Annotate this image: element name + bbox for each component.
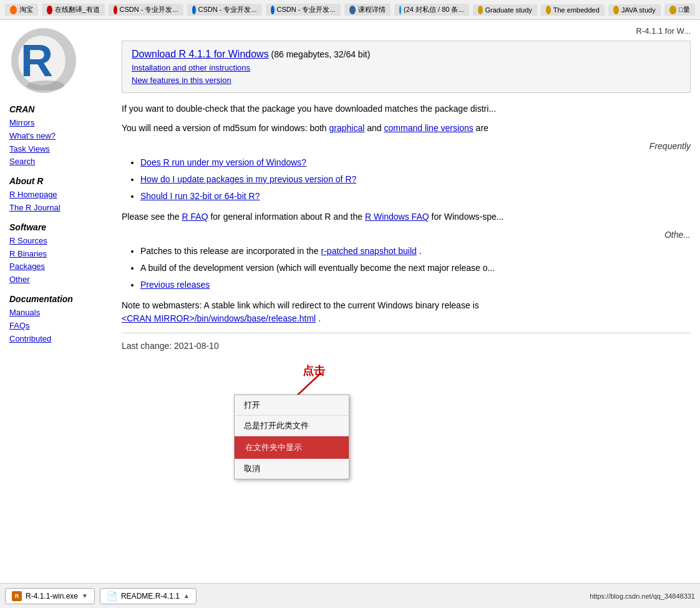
tab-csdn1[interactable]: CSDN - 专业开发... [109,4,183,16]
other-text-1: Patches to this release are incorporated… [140,246,321,256]
sidebar-item-manuals[interactable]: Manuals [9,306,103,320]
other-list: Patches to this release are incorporated… [122,245,691,292]
tab-java-label: JAVA study [621,6,656,14]
other-item-2: A build of the development version (whic… [140,262,691,275]
instruction-link[interactable]: Installation and other instructions [132,63,681,72]
tab-csdn3-label: CSDN - 专业开发... [277,5,336,14]
overlay-area: 点击 打开 总是打开此类文件 在文件夹中显示 [122,363,691,488]
documentation-title: Documentation [9,294,103,304]
see-also-paragraph: Please see the R FAQ for general informa… [122,210,691,223]
body-text-2: You will need a version of md5sum for wi… [122,123,329,133]
rfaq-link[interactable]: R FAQ [182,212,208,222]
context-menu-cancel-label: 取消 [244,464,260,473]
tab-lesson[interactable]: 课程详情 [344,4,391,16]
taobao-icon [10,6,17,14]
context-menu: 打开 总是打开此类文件 在文件夹中显示 取消 [234,395,349,479]
last-change: Last change: 2021-08-10 [122,341,691,351]
r-logo-svg: R [9,26,78,95]
sidebar: R CRAN Mirrors What's new? Task Views Se… [0,20,112,583]
see-text-3: for Windows-spe... [432,212,504,222]
tab-message-label: (24 封私信 / 80 条... [404,5,464,14]
tab-more-label: □量 [679,5,690,14]
tab-embed[interactable]: The embedded [541,4,605,16]
sidebar-item-faqs[interactable]: FAQs [9,320,103,333]
tab-youdao[interactable]: 在线翻译_有道 [42,4,104,16]
sidebar-item-task-views[interactable]: Task Views [9,143,103,156]
faq-link-1[interactable]: Does R run under my version of Windows? [140,157,306,167]
winfaq-link[interactable]: R Windows FAQ [365,212,429,222]
previous-releases-link[interactable]: Previous releases [140,280,210,290]
tab-youdao-label: 在线翻译_有道 [55,5,100,14]
sidebar-item-r-binaries[interactable]: R Binaries [9,248,103,261]
other-section-header: Othe... [122,230,691,240]
csdn3-icon [271,6,275,14]
context-menu-show-folder-label: 在文件夹中显示 [245,443,302,452]
see-text-1: Please see the [122,212,180,222]
sidebar-item-r-journal[interactable]: The R Journal [9,202,103,215]
software-title: Software [9,222,103,232]
tab-lesson-label: 课程详情 [358,5,386,14]
youdao-icon [47,6,52,14]
tab-csdn2-label: CSDN - 专业开发... [198,5,257,14]
sidebar-item-whats-new[interactable]: What's new? [9,130,103,143]
tab-java[interactable]: JAVA study [608,4,661,16]
grad-icon [478,6,483,14]
browser-tabs-bar: 淘宝 在线翻译_有道 CSDN - 专业开发... CSDN - 专业开发...… [0,0,700,20]
see-text-2: for general information about R and the [210,212,362,222]
faq-item-1: Does R run under my version of Windows? [140,156,691,169]
sidebar-item-r-homepage[interactable]: R Homepage [9,189,103,202]
context-menu-item-cancel[interactable]: 取消 [235,459,349,479]
context-menu-item-open[interactable]: 打开 [235,395,349,416]
faq-link-3[interactable]: Should I run 32-bit or 64-bit R? [140,191,260,201]
tab-message[interactable]: (24 封私信 / 80 条... [394,4,469,16]
r-patched-link[interactable]: r-patched snapshot build [321,246,417,256]
svg-point-3 [27,81,64,91]
graphical-link[interactable]: graphical [329,123,365,133]
page-wrapper: R CRAN Mirrors What's new? Task Views Se… [0,20,700,583]
tab-taobao-label: 淘宝 [19,5,33,14]
sidebar-item-contributed[interactable]: Contributed [9,333,103,346]
tab-embed-label: The embedded [553,6,600,14]
sidebar-item-r-sources[interactable]: R Sources [9,235,103,248]
svg-text:R: R [21,36,53,86]
sidebar-item-mirrors[interactable]: Mirrors [9,117,103,130]
body-paragraph-2: You will need a version of md5sum for wi… [122,122,691,135]
body-paragraph-1: If you want to double-check that the pac… [122,102,691,115]
java-icon [613,6,619,14]
body-text-1: If you want to double-check that the pac… [122,104,496,114]
lesson-icon [349,6,356,14]
context-menu-always-open-label: 总是打开此类文件 [244,421,309,430]
csdn2-icon [192,6,196,14]
features-link[interactable]: New features in this version [132,76,681,85]
faq-link-2[interactable]: How do I update packages in my previous … [140,174,356,184]
sidebar-item-search[interactable]: Search [9,155,103,169]
are-text: are [476,123,489,133]
sidebar-item-packages[interactable]: Packages [9,260,103,273]
tab-csdn1-label: CSDN - 专业开发... [120,5,178,14]
command-line-link[interactable]: command line versions [384,123,474,133]
context-menu-item-always-open[interactable]: 总是打开此类文件 [235,416,349,436]
note-text-1: Note to webmasters: A stable link which … [122,300,479,310]
tab-taobao[interactable]: 淘宝 [5,4,38,16]
r-logo: R [9,26,78,95]
tab-more[interactable]: □量 [664,4,695,16]
faq-item-3: Should I run 32-bit or 64-bit R? [140,190,691,203]
note-paragraph: Note to webmasters: A stable link which … [122,299,691,325]
faq-section-header: Frequently [122,141,691,151]
context-menu-item-show-folder[interactable]: 在文件夹中显示 [235,436,349,459]
tab-csdn2[interactable]: CSDN - 专业开发... [187,4,262,16]
other-item-3: Previous releases [140,278,691,292]
tab-grad[interactable]: Graduate study [473,4,537,16]
separator [122,333,691,333]
tab-grad-label: Graduate study [485,6,532,14]
and-text: and [367,123,384,133]
download-link[interactable]: Download R 4.1.1 for Windows [132,49,269,59]
other-item-1: Patches to this release are incorporated… [140,245,691,258]
cran-mirror-link[interactable]: <CRAN MIRROR>/bin/windows/base/release.h… [122,313,316,323]
sidebar-item-other[interactable]: Other [9,273,103,287]
download-title-line: Download R 4.1.1 for Windows (86 megabyt… [132,49,681,60]
more-icon [669,6,677,14]
main-content: R-4.1.1 for W... Download R 4.1.1 for Wi… [112,20,700,583]
message-icon [399,6,401,14]
tab-csdn3[interactable]: CSDN - 专业开发... [266,4,341,16]
